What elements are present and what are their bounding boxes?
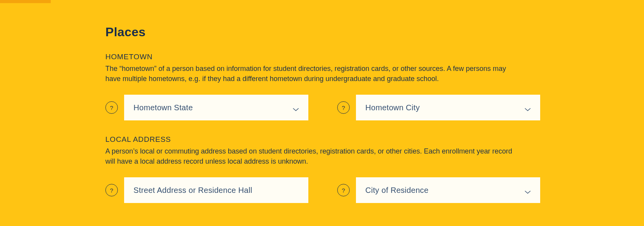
hometown-state-label: Hometown State	[133, 103, 193, 112]
city-of-residence-dropdown[interactable]: City of Residence	[356, 177, 540, 203]
chevron-down-icon	[525, 104, 531, 111]
hometown-city-group: ? Hometown City	[337, 95, 540, 120]
local-address-description: A person’s local or commuting address ba…	[105, 146, 519, 166]
chevron-down-icon	[525, 187, 531, 193]
chevron-down-icon	[293, 104, 299, 111]
city-of-residence-group: ? City of Residence	[337, 177, 540, 203]
street-address-input[interactable]	[124, 177, 308, 203]
local-address-label: LOCAL ADDRESS	[105, 135, 539, 144]
hometown-label: HOMETOWN	[105, 53, 539, 61]
help-icon[interactable]: ?	[337, 101, 350, 114]
local-address-subsection: LOCAL ADDRESS A person’s local or commut…	[105, 135, 539, 203]
help-icon[interactable]: ?	[337, 184, 350, 196]
hometown-fields-row: ? Hometown State ? Hometown City	[105, 95, 539, 120]
hometown-city-label: Hometown City	[365, 103, 420, 112]
help-icon[interactable]: ?	[105, 101, 118, 114]
section-title: Places	[105, 25, 539, 39]
hometown-city-dropdown[interactable]: Hometown City	[356, 95, 540, 120]
hometown-description: The “hometown” of a person based on info…	[105, 64, 519, 84]
hometown-state-group: ? Hometown State	[105, 95, 308, 120]
city-of-residence-label: City of Residence	[365, 186, 429, 195]
help-icon[interactable]: ?	[105, 184, 118, 196]
corner-tab	[0, 0, 51, 3]
street-address-group: ?	[105, 177, 308, 203]
local-address-fields-row: ? ? City of Residence	[105, 177, 539, 203]
hometown-state-dropdown[interactable]: Hometown State	[124, 95, 308, 120]
hometown-subsection: HOMETOWN The “hometown” of a person base…	[105, 53, 539, 120]
places-section: Places HOMETOWN The “hometown” of a pers…	[0, 0, 539, 203]
